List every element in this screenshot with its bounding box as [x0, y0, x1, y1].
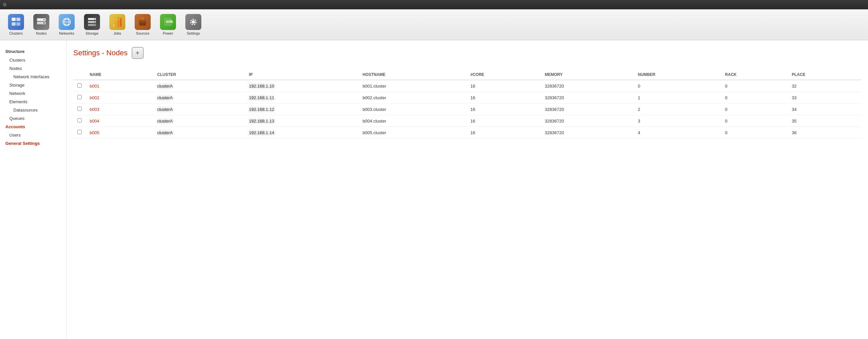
- toolbar-item-clusters[interactable]: Clusters: [4, 12, 28, 37]
- sidebar-item-network[interactable]: Network: [0, 89, 66, 98]
- toolbar-item-networks[interactable]: Networks: [55, 12, 79, 37]
- toolbar-item-nodes[interactable]: Nodes: [29, 12, 53, 37]
- sidebar-item-network-interfaces[interactable]: Network Interfaces: [0, 73, 66, 81]
- header-row: Settings - Nodes +: [73, 47, 861, 64]
- row-checkbox-3[interactable]: [78, 118, 82, 123]
- sidebar-item-queues[interactable]: Queues: [0, 114, 66, 123]
- row-checkbox-1[interactable]: [78, 95, 82, 99]
- row-place-0: 32: [788, 80, 861, 92]
- table-col-check: [73, 70, 86, 80]
- sidebar-item-accounts[interactable]: Accounts: [0, 123, 66, 131]
- svg-point-6: [43, 19, 45, 20]
- storage-icon: [84, 14, 100, 30]
- add-node-button[interactable]: +: [132, 47, 144, 59]
- table-col-rack: RACK: [721, 70, 788, 80]
- row-hostname-1: b002.cluster: [359, 92, 467, 104]
- toolbar-item-label-jobs: Jobs: [113, 31, 121, 35]
- toolbar: ClustersNodesNetworksStorage45WJobsSourc…: [0, 9, 868, 40]
- row-rack-3: 0: [721, 115, 788, 127]
- row-checkbox-0[interactable]: [78, 83, 82, 88]
- row-ip-2: 192.168.1.12: [245, 104, 359, 115]
- table-row: b001clusterA192.168.1.10b001.cluster1632…: [73, 80, 861, 92]
- row-memory-0: 32836720: [541, 80, 634, 92]
- nodes-table: NAME CLUSTER IP HOSTNAME #CORE MEMORY NU…: [73, 70, 861, 139]
- row-name-2[interactable]: b003: [90, 107, 99, 112]
- sidebar-item-datasources[interactable]: Datasources: [0, 106, 66, 114]
- main-content: StructureClustersNodesNetwork Interfaces…: [0, 40, 868, 339]
- sidebar-item-clusters[interactable]: Clusters: [0, 56, 66, 64]
- row-rack-4: 0: [721, 127, 788, 139]
- table-col-core: #CORE: [466, 70, 541, 80]
- table-row: b005clusterA192.168.1.14b005.cluster1632…: [73, 127, 861, 139]
- svg-rect-1: [16, 18, 20, 21]
- table-header: NAME CLUSTER IP HOSTNAME #CORE MEMORY NU…: [73, 70, 861, 80]
- clusters-icon: [8, 14, 24, 30]
- row-core-3: 16: [466, 115, 541, 127]
- row-number-2: 2: [634, 104, 721, 115]
- toolbar-item-label-sources: Sources: [136, 31, 149, 35]
- row-place-2: 34: [788, 104, 861, 115]
- row-cluster-0: clusterA: [153, 80, 245, 92]
- table-row: b003clusterA192.168.1.12b003.cluster1632…: [73, 104, 861, 115]
- row-memory-2: 32836720: [541, 104, 634, 115]
- row-rack-0: 0: [721, 80, 788, 92]
- table-row: b002clusterA192.168.1.11b002.cluster1632…: [73, 92, 861, 104]
- toolbar-item-label-nodes: Nodes: [36, 31, 46, 35]
- row-number-1: 1: [634, 92, 721, 104]
- toolbar-item-settings[interactable]: Settings: [181, 12, 205, 37]
- svg-rect-21: [118, 20, 119, 27]
- row-ip-3: 192.168.1.13: [245, 115, 359, 127]
- row-place-4: 36: [788, 127, 861, 139]
- table-col-cluster: CLUSTER: [153, 70, 245, 80]
- toolbar-item-jobs[interactable]: 45WJobs: [105, 12, 129, 37]
- svg-point-16: [94, 19, 95, 20]
- table-row: b004clusterA192.168.1.13b004.cluster1632…: [73, 115, 861, 127]
- svg-rect-3: [16, 22, 20, 26]
- row-checkbox-2[interactable]: [78, 107, 82, 111]
- table-col-memory: MEMORY: [541, 70, 634, 80]
- row-checkbox-4[interactable]: [78, 130, 82, 134]
- svg-point-34: [192, 20, 195, 24]
- settings-icon: [185, 14, 202, 30]
- top-bar: ⚙: [0, 0, 868, 9]
- table-col-name: NAME: [86, 70, 153, 80]
- row-core-0: 16: [466, 80, 541, 92]
- row-cluster-1: clusterA: [153, 92, 245, 104]
- toolbar-item-sources[interactable]: Sources: [131, 12, 155, 37]
- row-memory-1: 32836720: [541, 92, 634, 104]
- row-place-1: 33: [788, 92, 861, 104]
- svg-text:45W: 45W: [117, 17, 122, 20]
- sidebar-item-general-settings[interactable]: General Settings: [0, 139, 66, 147]
- svg-point-17: [94, 22, 95, 23]
- row-name-1[interactable]: b002: [90, 95, 99, 100]
- svg-point-7: [43, 22, 45, 24]
- svg-rect-2: [12, 22, 16, 26]
- row-hostname-0: b001.cluster: [359, 80, 467, 92]
- sidebar-item-users[interactable]: Users: [0, 131, 66, 139]
- table-col-place: PLACE: [788, 70, 861, 80]
- gear-icon[interactable]: ⚙: [3, 2, 7, 7]
- toolbar-item-storage[interactable]: Storage: [80, 12, 104, 37]
- sidebar-item-storage[interactable]: Storage: [0, 81, 66, 89]
- svg-text:60%: 60%: [166, 20, 173, 24]
- row-place-3: 35: [788, 115, 861, 127]
- row-memory-3: 32836720: [541, 115, 634, 127]
- svg-rect-31: [165, 24, 171, 26]
- page-area: Settings - Nodes + NAME CLUSTER IP HOSTN…: [67, 40, 868, 339]
- nodes-icon: [33, 14, 49, 30]
- row-name-0[interactable]: b001: [90, 83, 99, 89]
- toolbar-item-label-networks: Networks: [59, 31, 74, 35]
- row-number-3: 3: [634, 115, 721, 127]
- svg-rect-19: [113, 24, 115, 27]
- toolbar-item-power[interactable]: 60%Power: [156, 12, 180, 37]
- sidebar-item-nodes[interactable]: Nodes: [0, 64, 66, 73]
- row-name-3[interactable]: b004: [90, 118, 99, 124]
- row-cluster-2: clusterA: [153, 104, 245, 115]
- sidebar-item-elements[interactable]: Elements: [0, 98, 66, 106]
- row-hostname-2: b003.cluster: [359, 104, 467, 115]
- toolbar-item-label-storage: Storage: [86, 31, 99, 35]
- sidebar-section-structure: Structure: [0, 47, 66, 56]
- row-memory-4: 32836720: [541, 127, 634, 139]
- row-number-4: 4: [634, 127, 721, 139]
- row-name-4[interactable]: b005: [90, 130, 99, 135]
